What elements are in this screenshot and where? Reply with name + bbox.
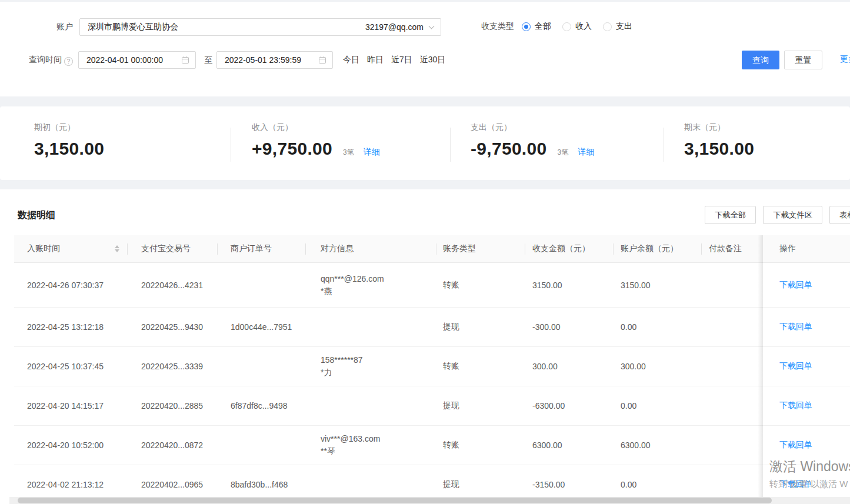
download-receipt-link[interactable]: 下载回单 bbox=[779, 322, 812, 332]
summary-value: +9,750.00 bbox=[252, 139, 332, 159]
cell-order-no bbox=[218, 263, 306, 307]
download-receipt-link[interactable]: 下载回单 bbox=[779, 440, 812, 450]
table-toolbar: 数据明细 下载全部 下载文件区 表格设置 bbox=[18, 206, 850, 224]
radio-type-expense[interactable]: 支出 bbox=[603, 21, 632, 32]
shortcut-today[interactable]: 今日 bbox=[343, 55, 359, 65]
summary-label: 收入（元） bbox=[252, 122, 380, 133]
cell-note bbox=[702, 347, 763, 386]
table-header-row: 入账时间 支付宝交易号 商户订单号 对方信息 账务类型 收支金额（元） 账户余额… bbox=[14, 235, 850, 263]
download-filezone-button[interactable]: 下载文件区 bbox=[763, 206, 822, 224]
table-row: 2022-04-25 13:12:18 20220425...9430 1d00… bbox=[14, 308, 850, 347]
cell-order-no bbox=[218, 347, 306, 386]
query-button[interactable]: 查询 bbox=[742, 51, 779, 69]
cell-party bbox=[306, 386, 436, 425]
transactions-table: 入账时间 支付宝交易号 商户订单号 对方信息 账务类型 收支金额（元） 账户余额… bbox=[14, 235, 850, 504]
question-circle-icon: ? bbox=[64, 57, 73, 66]
cell-party: 158******87*力 bbox=[306, 347, 436, 386]
col-header-type: 账务类型 bbox=[436, 235, 525, 262]
date-range-to-label: 至 bbox=[201, 51, 216, 69]
cell-party: viv***@163.com**琴 bbox=[306, 426, 436, 465]
radio-label: 全部 bbox=[535, 21, 551, 32]
col-header-balance: 账户余额（元） bbox=[614, 235, 702, 262]
summary-label: 期初（元） bbox=[34, 122, 104, 133]
summary-panel: 期初（元） 3,150.00 收入（元） +9,750.00 3笔 详细 支出（… bbox=[0, 106, 850, 180]
time-label: 查询时间? bbox=[0, 51, 73, 68]
summary-divider bbox=[450, 128, 451, 162]
radio-type-income[interactable]: 收入 bbox=[562, 21, 592, 32]
cell-trade-no: 20220425...3339 bbox=[128, 347, 218, 386]
summary-count: 3笔 bbox=[557, 148, 568, 158]
cell-trade-no: 20220425...9430 bbox=[128, 308, 218, 346]
col-header-trade-no: 支付宝交易号 bbox=[128, 235, 218, 262]
type-radio-group: 收支类型 全部 收入 支出 bbox=[481, 18, 644, 35]
radio-type-all[interactable]: 全部 bbox=[522, 21, 551, 32]
date-shortcuts: 今日 昨日 近7日 近30日 bbox=[343, 51, 445, 69]
shortcut-30days[interactable]: 近30日 bbox=[420, 55, 446, 65]
type-label: 收支类型 bbox=[481, 21, 514, 32]
summary-divider bbox=[664, 128, 664, 162]
cell-note bbox=[702, 426, 763, 465]
income-detail-link[interactable]: 详细 bbox=[364, 147, 380, 158]
horizontal-scrollbar-track bbox=[9, 497, 850, 504]
download-all-button[interactable]: 下载全部 bbox=[705, 206, 756, 224]
cell-balance: 3150.00 bbox=[614, 263, 702, 307]
download-receipt-link[interactable]: 下载回单 bbox=[779, 280, 812, 291]
summary-card-expense: 支出（元） -9,750.00 3笔 详细 bbox=[471, 106, 594, 180]
summary-label: 支出（元） bbox=[471, 122, 594, 133]
cell-type: 转账 bbox=[436, 426, 525, 465]
cell-note bbox=[702, 308, 763, 346]
cell-type: 转账 bbox=[436, 263, 525, 307]
download-receipt-link[interactable]: 下载回单 bbox=[779, 361, 812, 372]
cell-time: 2022-04-20 10:52:00 bbox=[14, 426, 128, 465]
col-header-amount: 收支金额（元） bbox=[525, 235, 614, 262]
download-receipt-link[interactable]: 下载回单 bbox=[779, 400, 812, 411]
table-row: 2022-04-25 10:37:45 20220425...3339 158*… bbox=[14, 347, 850, 386]
chevron-down-icon bbox=[429, 23, 435, 29]
cell-balance: 300.00 bbox=[614, 347, 702, 386]
account-select[interactable]: 深圳市鹏博爱心互助协会 32197@qq.com bbox=[79, 18, 441, 36]
filter-row-account: 账户 深圳市鹏博爱心互助协会 32197@qq.com 收支类型 全部 收入 支… bbox=[0, 18, 850, 36]
account-label: 账户 bbox=[0, 18, 73, 35]
summary-count: 3笔 bbox=[343, 148, 354, 158]
sort-icon[interactable] bbox=[115, 245, 119, 252]
more-link[interactable]: 更多 bbox=[840, 54, 850, 65]
cell-time: 2022-04-26 07:30:37 bbox=[14, 263, 128, 307]
summary-divider bbox=[231, 128, 231, 162]
cell-type: 提现 bbox=[436, 386, 525, 425]
horizontal-scrollbar-thumb[interactable] bbox=[18, 498, 772, 503]
radio-label: 收入 bbox=[575, 21, 592, 32]
summary-value: -9,750.00 bbox=[471, 139, 546, 159]
start-date-input[interactable]: 2022-04-01 00:00:00 bbox=[78, 51, 196, 69]
summary-card-income: 收入（元） +9,750.00 3笔 详细 bbox=[252, 106, 380, 180]
expense-detail-link[interactable]: 详细 bbox=[578, 147, 594, 158]
download-receipt-link[interactable]: 下载回单 bbox=[779, 479, 812, 490]
shortcut-yesterday[interactable]: 昨日 bbox=[367, 55, 384, 65]
cell-trade-no: 20220426...4231 bbox=[128, 263, 218, 307]
summary-label: 期末（元） bbox=[684, 122, 754, 133]
cell-balance: 6300.00 bbox=[614, 426, 702, 465]
table-settings-button[interactable]: 表格设置 bbox=[829, 206, 850, 224]
cell-amount: -6300.00 bbox=[525, 386, 614, 425]
cell-order-no bbox=[218, 426, 306, 465]
end-date-input[interactable]: 2022-05-01 23:59:59 bbox=[216, 51, 333, 69]
detail-panel: 数据明细 下载全部 下载文件区 表格设置 入账时间 支付宝交易号 商户订单号 对… bbox=[0, 189, 850, 504]
cell-type: 转账 bbox=[436, 347, 525, 386]
radio-selected-icon bbox=[522, 22, 531, 31]
radio-label: 支出 bbox=[616, 21, 632, 32]
summary-card-closing: 期末（元） 3,150.00 bbox=[684, 106, 754, 180]
cell-order-no: 1d00c44e...7951 bbox=[218, 308, 306, 346]
cell-balance: 0.00 bbox=[614, 308, 702, 346]
filter-row-time: 查询时间? 2022-04-01 00:00:00 至 2022-05-01 2… bbox=[0, 51, 850, 69]
col-header-note: 付款备注 bbox=[702, 235, 763, 262]
account-email: 32197@qq.com bbox=[365, 22, 424, 32]
col-header-action: 操作 bbox=[763, 235, 850, 262]
reset-button[interactable]: 重置 bbox=[784, 51, 822, 69]
shortcut-7days[interactable]: 近7日 bbox=[391, 55, 412, 65]
summary-card-opening: 期初（元） 3,150.00 bbox=[34, 106, 104, 180]
table-row: 2022-04-20 14:15:17 20220420...2885 6f87… bbox=[14, 386, 850, 426]
calendar-icon bbox=[318, 56, 326, 64]
cell-amount: -300.00 bbox=[525, 308, 614, 346]
table-row: 2022-04-20 10:52:00 20220420...0872 viv*… bbox=[14, 426, 850, 465]
account-name: 深圳市鹏博爱心互助协会 bbox=[88, 22, 178, 32]
cell-amount: 6300.00 bbox=[525, 426, 614, 465]
